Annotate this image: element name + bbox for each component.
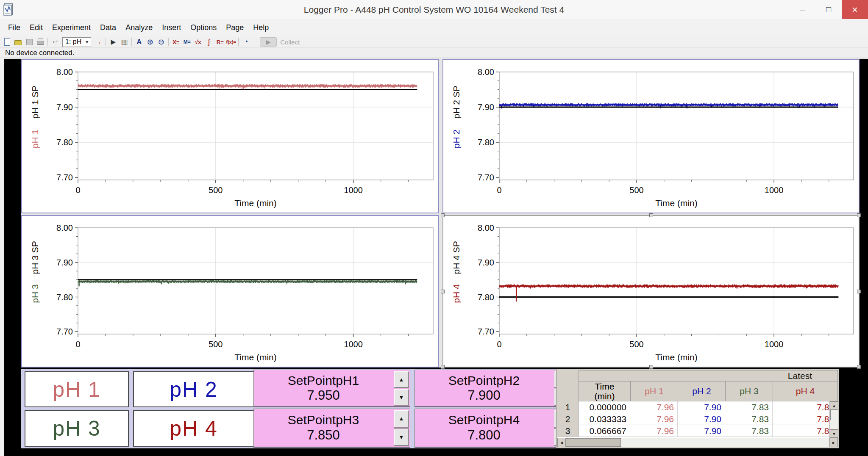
menu-insert[interactable]: Insert	[157, 21, 186, 35]
ph3-cell: 7.83	[725, 425, 773, 437]
graph-ph4[interactable]: 8.007.907.807.7005001000Time (min)pH 4pH…	[442, 215, 860, 368]
new-page-icon[interactable]	[2, 37, 13, 47]
svg-text:7.80: 7.80	[56, 293, 73, 302]
document-area: 8.007.907.807.7005001000Time (min)pH 1pH…	[0, 58, 868, 456]
menu-experiment[interactable]: Experiment	[47, 21, 95, 35]
meter-ph3[interactable]: pH 3	[25, 410, 129, 447]
horizontal-scroll-thumb[interactable]	[566, 438, 621, 447]
selection-handle[interactable]	[857, 365, 861, 369]
svg-text:7.70: 7.70	[478, 173, 494, 182]
table-vertical-scrollbar[interactable]: ▲ ▼	[829, 401, 838, 438]
menubar: File Edit Experiment Data Analyze Insert…	[0, 19, 868, 36]
next-page-icon[interactable]: →	[93, 37, 104, 47]
row-number: 3	[557, 425, 579, 437]
toolbar-separator	[47, 38, 48, 46]
zoom-in-icon[interactable]: ⊕	[145, 37, 156, 47]
selection-handle[interactable]	[649, 365, 653, 369]
minimize-button[interactable]: –	[789, 0, 815, 19]
setpoint-ph3[interactable]: SetPointpH3 7.850 ▲ ▼	[253, 409, 410, 448]
curve-fit-icon[interactable]: R=	[214, 37, 225, 47]
titlebar: Logger Pro - A448 pH Control System WO 1…	[0, 0, 868, 19]
table-row: 1 0.000000 7.96 7.90 7.83 7.83	[557, 401, 838, 413]
toolbar-separator	[106, 38, 106, 46]
setpoint-ph4[interactable]: SetPointpH4 7.800 ▲ ▼	[415, 409, 570, 448]
setpoint-ph1[interactable]: SetPointpH1 7.950 ▲ ▼	[253, 370, 410, 407]
meter-ph1-label: pH 1	[53, 377, 101, 402]
menu-help[interactable]: Help	[248, 21, 273, 35]
statistics-icon[interactable]: √x	[192, 37, 203, 47]
setpoint-ph3-decrement-button[interactable]: ▼	[394, 428, 409, 446]
column-header-time[interactable]: Time(min)	[579, 381, 630, 401]
setpoint-ph1-decrement-button[interactable]: ▼	[394, 389, 409, 406]
vertical-scroll-thumb[interactable]	[830, 409, 831, 420]
meter-ph4[interactable]: pH 4	[133, 410, 254, 447]
time-cell: 0.033333	[579, 413, 630, 425]
page-selector-dropdown[interactable]: 1: pH ▾	[62, 37, 91, 47]
svg-text:Time (min): Time (min)	[234, 198, 277, 208]
scroll-right-icon[interactable]: ►	[829, 438, 838, 447]
scroll-down-icon[interactable]: ▼	[830, 429, 838, 438]
selection-handle[interactable]	[649, 213, 653, 217]
zoom-out-icon[interactable]: ⊖	[156, 37, 167, 47]
ph4-cell: 7.84	[773, 413, 838, 425]
maximize-button[interactable]: □	[815, 0, 842, 19]
ph3-cell: 7.83	[725, 413, 773, 425]
print-icon[interactable]	[35, 37, 46, 47]
model-icon[interactable]: f(x)=	[225, 37, 236, 47]
scroll-left-icon[interactable]: ◄	[557, 438, 566, 447]
menu-edit[interactable]: Edit	[25, 21, 47, 35]
svg-text:8.00: 8.00	[56, 223, 73, 232]
menu-data[interactable]: Data	[95, 21, 121, 35]
clock-icon[interactable]: ◔	[240, 37, 251, 47]
column-header-ph1[interactable]: pH 1	[630, 381, 678, 401]
meter-ph1[interactable]: pH 1	[25, 371, 129, 407]
column-header-ph3[interactable]: pH 3	[725, 381, 773, 401]
menu-file[interactable]: File	[3, 21, 25, 35]
scroll-up-icon[interactable]: ▲	[830, 401, 838, 410]
collect-button[interactable]: ▶	[260, 37, 277, 47]
page-selector-value: 1: pH	[65, 38, 81, 46]
open-file-icon[interactable]	[13, 37, 24, 47]
ph2-cell: 7.90	[678, 425, 725, 437]
column-header-ph4[interactable]: pH 4	[773, 381, 838, 401]
back-page-icon[interactable]: ↩	[50, 37, 61, 47]
svg-text:pH 4: pH 4	[451, 284, 461, 303]
meter-ph2[interactable]: pH 2	[133, 371, 254, 407]
selection-handle[interactable]	[441, 213, 445, 217]
menu-page[interactable]: Page	[221, 21, 248, 35]
toolbar-separator	[168, 38, 169, 46]
integral-icon[interactable]: ∫	[203, 37, 214, 47]
store-run-icon[interactable]: ▶	[108, 37, 119, 47]
selection-handle[interactable]	[857, 290, 861, 293]
data-table[interactable]: Latest Time(min) pH 1 pH 2 pH 3 pH 4 1 0…	[556, 369, 839, 448]
svg-text:7.90: 7.90	[478, 258, 494, 267]
calculator-icon[interactable]: ▦	[119, 37, 130, 47]
save-icon[interactable]	[24, 37, 35, 47]
graph-ph2[interactable]: 8.007.907.807.7005001000Time (min)pH 2pH…	[442, 59, 860, 213]
selection-handle[interactable]	[441, 365, 445, 369]
examine-icon[interactable]: X=	[170, 37, 181, 47]
graph-ph1[interactable]: 8.007.907.807.7005001000Time (min)pH 1pH…	[21, 59, 439, 213]
setpoint-ph1-increment-button[interactable]: ▲	[394, 371, 409, 388]
table-horizontal-scrollbar[interactable]: ◄ ►	[557, 438, 838, 447]
ph4-cell: 7.83	[773, 401, 838, 413]
graph-ph3[interactable]: 8.007.907.807.7005001000Time (min)pH 3pH…	[21, 215, 439, 368]
setpoint-ph2[interactable]: SetPointpH2 7.900 ▲ ▼	[415, 370, 570, 407]
setpoint-ph3-increment-button[interactable]: ▲	[394, 410, 409, 428]
ph2-cell: 7.90	[678, 413, 725, 425]
menu-options[interactable]: Options	[186, 21, 221, 35]
meter-ph3-label: pH 3	[53, 416, 101, 441]
menu-analyze[interactable]: Analyze	[121, 21, 157, 35]
logger-pro-window: Logger Pro - A448 pH Control System WO 1…	[0, 0, 868, 456]
column-header-ph2[interactable]: pH 2	[678, 381, 725, 401]
svg-text:7.80: 7.80	[478, 138, 494, 147]
selection-handle[interactable]	[857, 213, 861, 217]
svg-text:7.90: 7.90	[478, 102, 494, 112]
selection-handle[interactable]	[441, 290, 445, 293]
autoscale-icon[interactable]: A	[134, 37, 145, 47]
setpoint-ph3-label: SetPointpH3	[288, 413, 359, 428]
latest-run-label: Latest	[788, 371, 812, 381]
close-button[interactable]: ×	[842, 0, 868, 19]
tangent-icon[interactable]: M=	[181, 37, 192, 47]
table-row: 3 0.066667 7.96 7.90 7.83 7.83	[557, 425, 838, 437]
